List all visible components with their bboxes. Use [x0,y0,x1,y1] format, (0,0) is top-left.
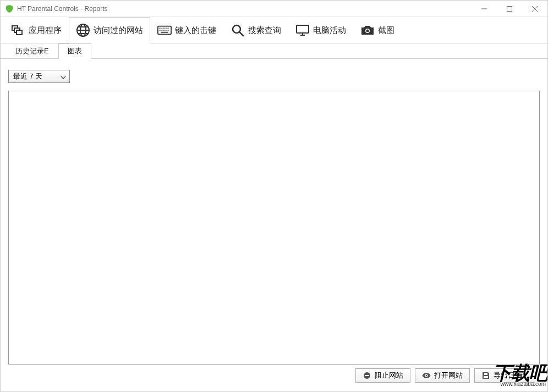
keyboard-icon [157,23,172,37]
close-button[interactable] [522,1,547,17]
minimize-button[interactable] [472,1,497,17]
svg-rect-26 [297,25,309,33]
eye-icon [422,371,431,380]
maximize-button[interactable] [497,1,522,17]
tab-label: 搜索查询 [248,25,281,36]
subtab-label: 历史记录E [15,47,49,55]
range-value: 最近 7 天 [13,71,42,81]
svg-rect-16 [166,27,167,29]
subtab-chart[interactable]: 图表 [58,43,91,59]
tab-label: 访问过的网站 [94,25,143,36]
titlebar: HT Parental Controls - Reports [1,1,547,17]
window-controls [472,1,547,17]
app-icon [5,4,14,13]
svg-rect-17 [168,27,169,29]
svg-point-34 [426,375,428,377]
svg-rect-6 [17,30,22,35]
tab-search-queries[interactable]: 搜索查询 [223,17,288,43]
tab-applications[interactable]: 应用程序 [4,17,69,43]
bottom-action-bar: 阻止网站 打开网站 导出日志... [355,368,535,383]
tab-label: 截图 [378,25,394,36]
block-website-button[interactable]: 阻止网站 [355,368,410,383]
sub-tabs: 历史记录E 图表 [1,43,547,59]
export-log-button[interactable]: 导出日志... [474,368,535,383]
range-selector[interactable]: 最近 7 天 [8,70,70,83]
svg-rect-1 [507,6,512,11]
tab-label: 应用程序 [29,25,62,36]
content-panel: 最近 7 天 [1,59,547,370]
tab-label: 电脑活动 [313,25,346,36]
svg-rect-20 [163,30,165,31]
svg-rect-13 [160,27,161,29]
svg-rect-15 [163,27,165,29]
button-label: 导出日志... [494,371,528,380]
tab-computer-activity[interactable]: 电脑活动 [288,17,353,43]
tab-label: 键入的击键 [175,25,216,36]
search-icon [231,23,245,37]
svg-rect-22 [168,30,169,31]
svg-rect-14 [161,27,162,29]
button-label: 打开网站 [434,371,463,380]
svg-rect-32 [365,375,369,376]
tab-keystrokes[interactable]: 键入的击键 [150,17,223,43]
subtab-history[interactable]: 历史记录E [6,43,58,58]
block-icon [363,371,371,380]
tab-visited-websites[interactable]: 访问过的网站 [69,17,150,43]
chart-area [8,91,540,365]
camera-icon [360,23,375,37]
chevron-down-icon [61,73,66,81]
svg-point-30 [366,30,369,32]
svg-rect-23 [161,32,168,33]
svg-line-25 [239,32,243,36]
subtab-label: 图表 [68,47,82,55]
windows-icon [11,23,25,37]
open-website-button[interactable]: 打开网站 [415,368,470,383]
svg-rect-35 [484,376,488,378]
svg-rect-36 [484,373,487,375]
svg-rect-21 [166,30,167,31]
button-label: 阻止网站 [375,371,403,380]
tab-screenshots[interactable]: 截图 [353,17,402,43]
svg-rect-19 [161,30,162,31]
globe-icon [76,23,90,37]
top-tabs: 应用程序 访问过的网站 键入的击键 搜索查询 电脑活动 [1,17,547,43]
svg-rect-18 [160,30,161,31]
monitor-icon [295,23,310,37]
save-icon [481,371,490,380]
window-title: HT Parental Controls - Reports [17,5,472,13]
